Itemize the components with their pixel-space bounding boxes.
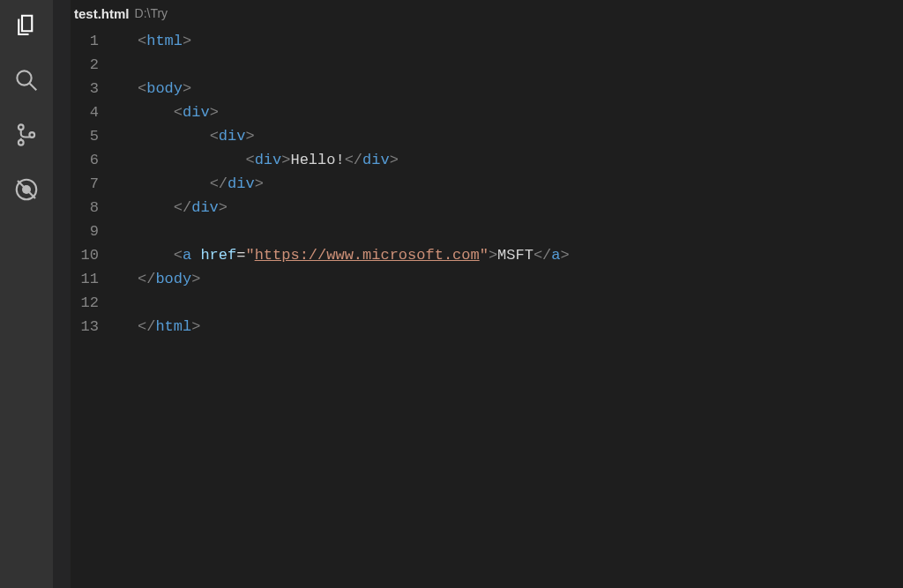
code-line[interactable] xyxy=(138,220,903,243)
line-number: 13 xyxy=(71,315,99,339)
line-number: 3 xyxy=(71,77,99,100)
code-line[interactable]: </div> xyxy=(138,196,903,220)
line-number: 9 xyxy=(71,220,99,243)
tab-file-name: test.html xyxy=(74,6,135,21)
explorer-icon[interactable] xyxy=(13,12,40,39)
svg-line-7 xyxy=(18,181,35,198)
source-control-icon[interactable] xyxy=(13,122,40,148)
search-icon[interactable] xyxy=(13,67,40,93)
code-line[interactable] xyxy=(138,291,903,315)
editor-tab[interactable]: test.html D:\Try xyxy=(71,0,903,26)
editor-area: test.html D:\Try 1 2 3 4 5 6 7 8 9 10 11… xyxy=(71,0,903,588)
line-number: 4 xyxy=(71,100,99,124)
line-number: 5 xyxy=(71,124,99,148)
tab-file-path: D:\Try xyxy=(135,6,168,20)
line-number: 1 xyxy=(71,29,99,53)
svg-point-3 xyxy=(19,140,24,145)
code-line[interactable]: <body> xyxy=(138,77,903,100)
code-line[interactable]: <a href="https://www.microsoft.com">MSFT… xyxy=(138,243,903,267)
code-line[interactable]: </body> xyxy=(138,267,903,291)
code-line[interactable]: </div> xyxy=(138,172,903,196)
code-line[interactable]: </html> xyxy=(138,315,903,339)
code-line[interactable]: <html> xyxy=(138,29,903,53)
svg-point-2 xyxy=(19,124,24,130)
line-number: 2 xyxy=(71,53,99,77)
svg-point-4 xyxy=(29,132,34,138)
code-line[interactable]: <div> xyxy=(138,100,903,124)
line-number: 7 xyxy=(71,172,99,196)
activity-bar xyxy=(0,0,53,588)
code-area[interactable]: 1 2 3 4 5 6 7 8 9 10 11 12 13 <html> <bo… xyxy=(71,26,903,588)
line-number: 8 xyxy=(71,196,99,220)
line-number: 12 xyxy=(71,291,99,315)
code-line[interactable]: <div> xyxy=(138,124,903,148)
debug-icon[interactable] xyxy=(13,176,40,203)
code-content[interactable]: <html> <body> <div> <div> <div>Hello!</d… xyxy=(111,29,903,588)
line-number: 11 xyxy=(71,267,99,291)
svg-point-0 xyxy=(17,71,31,85)
line-number: 6 xyxy=(71,148,99,172)
svg-line-1 xyxy=(30,84,37,91)
side-strip xyxy=(53,0,71,588)
code-line[interactable]: <div>Hello!</div> xyxy=(138,148,903,172)
line-number: 10 xyxy=(71,243,99,267)
code-line[interactable] xyxy=(138,53,903,77)
line-number-gutter: 1 2 3 4 5 6 7 8 9 10 11 12 13 xyxy=(71,29,111,588)
